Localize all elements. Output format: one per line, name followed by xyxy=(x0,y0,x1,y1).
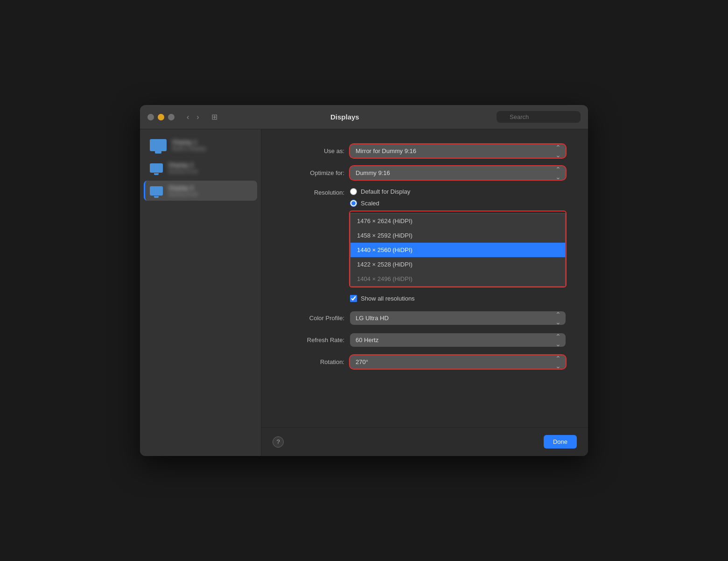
monitor-icon-1 xyxy=(150,139,167,151)
resolution-list: 1476 × 2624 (HiDPI) 1458 × 2592 (HiDPI) … xyxy=(350,211,566,287)
resolution-group: Default for Display Scaled 1476 × 2624 (… xyxy=(350,188,566,287)
resolution-item-3[interactable]: 1422 × 2528 (HiDPI) xyxy=(350,257,565,272)
optimize-for-row: Optimize for: Dummy 9:16 ⌃⌄ xyxy=(284,166,566,180)
resolution-item-1[interactable]: 1458 × 2592 (HiDPI) xyxy=(350,228,565,243)
window-title: Displays xyxy=(199,113,491,121)
monitor-icon-3 xyxy=(150,186,163,196)
sidebar: Display 1 Built-in Display Display 2 Dum… xyxy=(140,129,261,456)
content-area: Display 1 Built-in Display Display 2 Dum… xyxy=(140,129,588,456)
use-as-row: Use as: Mirror for Dummy 9:16 ⌃⌄ xyxy=(284,144,566,158)
resolution-row: Resolution: Default for Display Scaled xyxy=(284,188,566,287)
back-button[interactable]: ‹ xyxy=(184,112,192,122)
resolution-default-option[interactable]: Default for Display xyxy=(350,188,566,195)
sidebar-item-text-3: Display 3 Dummy 9:16 xyxy=(168,184,197,197)
monitor-icon-2 xyxy=(150,163,163,173)
refresh-rate-label: Refresh Rate: xyxy=(284,337,344,344)
use-as-label: Use as: xyxy=(284,147,344,154)
sidebar-item-sub-1: Built-in Display xyxy=(172,146,206,151)
titlebar: ‹ › ⊞ Displays 🔍 xyxy=(140,105,588,129)
color-profile-row: Color Profile: LG Ultra HD ⌃⌄ xyxy=(284,311,566,325)
minimize-button[interactable] xyxy=(158,114,164,120)
optimize-for-label: Optimize for: xyxy=(284,169,344,176)
search-container: 🔍 xyxy=(497,111,581,123)
rotation-select[interactable]: 270° xyxy=(350,355,566,369)
resolution-default-radio[interactable] xyxy=(350,188,357,195)
bottom-bar: ? Done xyxy=(261,427,588,456)
resolution-scaled-option[interactable]: Scaled xyxy=(350,200,566,207)
use-as-select[interactable]: Mirror for Dummy 9:16 xyxy=(350,144,566,158)
show-all-row: Show all resolutions xyxy=(284,295,566,302)
sidebar-item-name-2: Display 2 xyxy=(168,161,197,168)
sidebar-item-display3[interactable]: Display 3 Dummy 9:16 xyxy=(144,181,257,201)
sidebar-item-name-1: Display 1 xyxy=(172,139,206,146)
done-button[interactable]: Done xyxy=(544,435,577,449)
resolution-item-0[interactable]: 1476 × 2624 (HiDPI) xyxy=(350,214,565,228)
sidebar-item-display1[interactable]: Display 1 Built-in Display xyxy=(144,135,257,155)
show-all-label: Show all resolutions xyxy=(361,295,415,302)
color-profile-select[interactable]: LG Ultra HD xyxy=(350,311,566,325)
color-profile-select-wrapper: LG Ultra HD ⌃⌄ xyxy=(350,311,566,325)
sidebar-item-sub-3: Dummy 9:16 xyxy=(168,191,197,197)
color-profile-label: Color Profile: xyxy=(284,315,344,322)
sidebar-item-text-2: Display 2 Dummy 9:16 xyxy=(168,161,197,174)
use-as-select-wrapper: Mirror for Dummy 9:16 ⌃⌄ xyxy=(350,144,566,158)
optimize-for-select-wrapper: Dummy 9:16 ⌃⌄ xyxy=(350,166,566,180)
sidebar-item-sub-2: Dummy 9:16 xyxy=(168,168,197,174)
rotation-label: Rotation: xyxy=(284,358,344,365)
resolution-scaled-radio[interactable] xyxy=(350,200,357,207)
displays-window: ‹ › ⊞ Displays 🔍 Display 1 Built-in Disp… xyxy=(140,105,588,456)
sidebar-item-text-1: Display 1 Built-in Display xyxy=(172,139,206,151)
close-button[interactable] xyxy=(147,114,154,120)
resolution-scaled-label: Scaled xyxy=(361,200,379,207)
rotation-row: Rotation: 270° ⌃⌄ xyxy=(284,355,566,369)
refresh-rate-select-wrapper: 60 Hertz ⌃⌄ xyxy=(350,333,566,347)
resolution-item-2[interactable]: 1440 × 2560 (HiDPI) xyxy=(350,243,565,257)
resolution-label: Resolution: xyxy=(284,188,344,196)
settings-panel: Use as: Mirror for Dummy 9:16 ⌃⌄ Optimiz… xyxy=(261,129,588,427)
refresh-rate-row: Refresh Rate: 60 Hertz ⌃⌄ xyxy=(284,333,566,347)
refresh-rate-select[interactable]: 60 Hertz xyxy=(350,333,566,347)
resolution-item-4[interactable]: 1404 × 2496 (HiDPI) xyxy=(350,272,565,286)
search-input[interactable] xyxy=(497,111,581,123)
main-content: Use as: Mirror for Dummy 9:16 ⌃⌄ Optimiz… xyxy=(261,129,588,456)
optimize-for-select[interactable]: Dummy 9:16 xyxy=(350,166,566,180)
show-all-checkbox[interactable] xyxy=(350,295,357,302)
resolution-default-label: Default for Display xyxy=(361,188,410,195)
traffic-lights xyxy=(147,114,175,120)
sidebar-item-name-3: Display 3 xyxy=(168,184,197,191)
rotation-select-wrapper: 270° ⌃⌄ xyxy=(350,355,566,369)
sidebar-item-display2[interactable]: Display 2 Dummy 9:16 xyxy=(144,158,257,178)
help-button[interactable]: ? xyxy=(273,436,284,448)
maximize-button[interactable] xyxy=(168,114,175,120)
